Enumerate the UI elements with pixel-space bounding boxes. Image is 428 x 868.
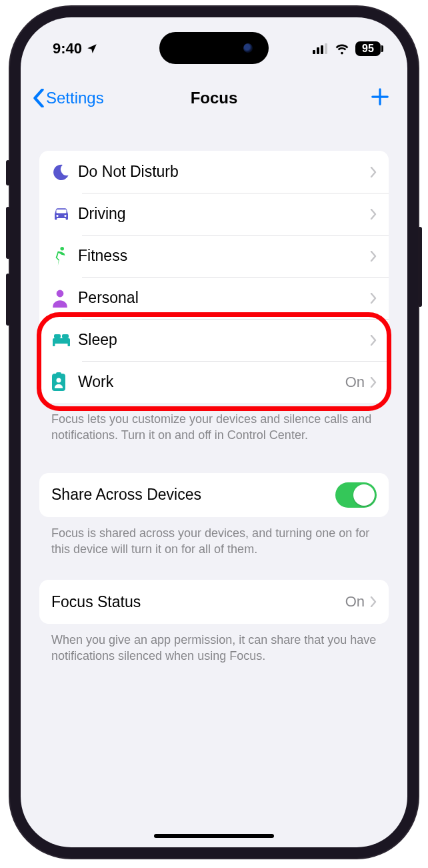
chevron-right-icon [370,377,377,388]
volume-down-button [6,274,10,326]
status-value: On [345,593,365,610]
row-label: Personal [78,289,370,307]
person-icon [51,289,78,308]
row-label: Sleep [78,331,370,349]
svg-rect-0 [313,50,315,54]
share-section: Share Across Devices Focus is shared acr… [39,473,389,558]
svg-point-4 [56,214,58,216]
share-row[interactable]: Share Across Devices [39,473,389,517]
home-indicator[interactable] [154,834,274,838]
page-title: Focus [191,89,238,107]
plus-icon [370,87,390,107]
focus-modes-group: Do Not Disturb Driving Fitness [39,151,389,403]
volume-up-button [6,207,10,259]
share-toggle[interactable] [335,482,377,508]
focus-row-driving[interactable]: Driving [39,193,389,235]
back-label: Settings [46,89,104,107]
add-button[interactable] [370,87,390,109]
bed-icon [51,333,78,348]
svg-rect-11 [68,342,71,346]
svg-rect-9 [53,338,70,344]
focus-row-fitness[interactable]: Fitness [39,235,389,277]
status-time: 9:40 [53,40,82,57]
focus-row-work[interactable]: Work On [39,361,389,403]
svg-rect-3 [325,43,327,54]
moon-icon [51,163,78,181]
back-button[interactable]: Settings [33,89,104,107]
fitness-icon [51,246,78,266]
battery-indicator: 95 [355,41,381,56]
focus-footer-text: Focus lets you customize your devices an… [39,403,389,444]
svg-point-5 [64,214,66,216]
svg-point-16 [57,378,61,382]
dynamic-island [159,32,269,64]
phone-frame: 9:40 95 Settings Focus [10,7,418,858]
svg-rect-13 [62,334,69,338]
focus-row-sleep[interactable]: Sleep [39,319,389,361]
row-label: Driving [78,205,370,223]
row-label: Do Not Disturb [78,163,370,181]
svg-rect-15 [56,372,61,376]
row-label: Fitness [78,247,370,265]
svg-rect-10 [53,342,55,346]
status-left: 9:40 [53,40,98,57]
svg-point-7 [60,246,64,250]
location-icon [86,43,98,55]
chevron-right-icon [370,251,377,262]
svg-rect-12 [54,334,61,338]
chevron-right-icon [370,167,377,177]
chevron-right-icon [370,209,377,220]
screen: 9:40 95 Settings Focus [21,17,407,847]
svg-rect-1 [317,47,319,54]
cellular-icon [313,43,329,54]
chevron-right-icon [370,335,377,346]
wifi-icon [334,43,350,55]
content: Do Not Disturb Driving Fitness [39,151,389,665]
share-footer-text: Focus is shared across your devices, and… [39,517,389,558]
svg-point-8 [57,290,64,297]
chevron-right-icon [370,596,377,607]
focus-row-personal[interactable]: Personal [39,277,389,319]
chevron-right-icon [370,293,377,304]
focus-row-dnd[interactable]: Do Not Disturb [39,151,389,193]
focus-status-row[interactable]: Focus Status On [39,580,389,624]
power-button [418,227,422,307]
nav-bar: Settings Focus [21,79,407,117]
row-label: Work [78,373,345,391]
row-value: On [345,374,365,391]
car-icon [51,206,78,222]
share-label: Share Across Devices [51,486,335,504]
status-section: Focus Status On When you give an app per… [39,580,389,665]
svg-rect-6 [57,209,67,213]
badge-icon [51,372,78,392]
chevron-left-icon [33,89,45,107]
side-button [6,160,10,185]
svg-rect-2 [321,45,323,54]
status-footer-text: When you give an app permission, it can … [39,624,389,665]
status-right: 95 [313,41,381,56]
status-label: Focus Status [51,593,345,611]
